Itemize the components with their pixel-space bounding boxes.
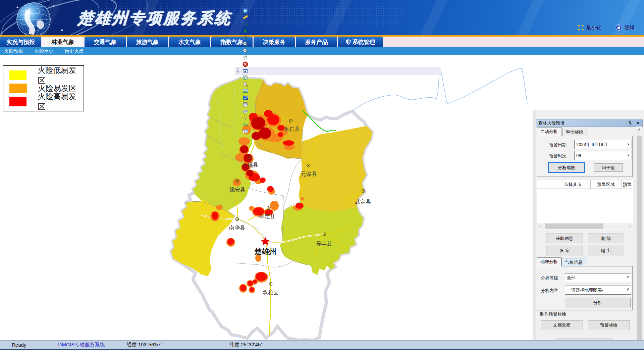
panel-divider — [533, 110, 536, 350]
panel-tab-weather[interactable]: 气象信息 — [561, 258, 586, 266]
tab-juece[interactable]: 决策服务 — [254, 37, 295, 47]
forest-fire-panel: 森林火险预报 × 自动分析 手动标绘 预警日期 2023年 6月16日∨ 预警时… — [536, 110, 644, 350]
main-nav-tabs: 实况与预报 林业气象 交通气象 旅游气象 水文气象 指数气象 决策服务 服务产品… — [0, 37, 644, 47]
legend-swatch-low — [9, 70, 26, 80]
panel-close-icon[interactable]: × — [636, 121, 640, 126]
status-system-link[interactable]: DMGIS专项服务系统 — [58, 342, 105, 348]
map-label-wuding: 武定县 — [355, 199, 371, 205]
image-swap-icon[interactable] — [242, 95, 249, 101]
sub-menu: 火险预报 火险历史 历史火点 — [0, 47, 644, 55]
table-hscrollbar[interactable]: ‹ › — [537, 223, 633, 230]
panel-tab-manual[interactable]: 手动标绘 — [562, 128, 587, 136]
logout-button[interactable]: 注销 — [615, 24, 635, 31]
map-workspace: 永仁县 大姚县 元谋县 姚安县 武定县 牟定县 南华县 禄丰县 双柏县 楚雄州 … — [0, 55, 644, 341]
refresh-page-icon[interactable] — [242, 74, 249, 81]
analysis-level-combo[interactable]: 全部∨ — [565, 273, 631, 282]
warn-date-label: 预警日期 — [549, 142, 567, 148]
minimize-icon — [578, 24, 584, 31]
submenu-huoxian-yubao[interactable]: 火险预报 — [4, 48, 23, 54]
delete-button[interactable]: 删 除 — [588, 234, 624, 243]
globe-icon[interactable] — [242, 7, 249, 14]
legend-swatch-high — [9, 97, 26, 106]
identify-query-icon[interactable]: ? — [242, 81, 249, 88]
lock-icon — [615, 24, 622, 31]
submenu-huoxian-lishi[interactable]: 火险历史 — [35, 48, 53, 54]
panel-tab-auto[interactable]: 自动分析 — [537, 127, 561, 136]
header-banner: 楚雄州专项服务系统 最小化 注销 — [0, 0, 644, 35]
tab-shikuang[interactable]: 实况与预报 — [0, 37, 41, 47]
tab-linye[interactable]: 林业气象 — [42, 37, 84, 47]
map-label-dayao: 大姚县 — [242, 162, 258, 168]
tab-fuwu[interactable]: 服务产品 — [296, 37, 337, 47]
map-label-nanhua: 南华县 — [229, 225, 245, 231]
select-circle-icon[interactable] — [242, 21, 249, 28]
analyze-button[interactable]: 分析 — [565, 298, 631, 307]
map-label-yuanmou: 元谋县 — [301, 171, 317, 177]
map-label-chuxiong: 楚雄州 — [254, 247, 276, 256]
pan-hand-icon[interactable] — [242, 54, 249, 61]
marker-pin-icon[interactable] — [242, 115, 249, 121]
back-arrow-icon[interactable] — [242, 121, 249, 128]
image-view-icon[interactable] — [242, 88, 249, 95]
map-label-mouding: 牟定县 — [259, 213, 275, 219]
get-info-button[interactable]: 获取信息 — [546, 234, 583, 243]
plot-group-label: 制作预警标绘 — [539, 311, 567, 317]
analysis-level-label: 分析等级 — [541, 275, 558, 281]
warn-time-label: 预警时次 — [549, 153, 567, 159]
tab-xitong[interactable]: 系统管理 — [338, 37, 383, 47]
map-toolbar: ? — [235, 67, 441, 75]
warn-time-combo[interactable]: 08∨ — [574, 151, 632, 160]
warning-table[interactable]: 选择县市 预警区域 预警 ‹ › — [537, 180, 633, 230]
shield-icon — [346, 39, 351, 45]
analysis-content-label: 分析内容 — [541, 288, 558, 294]
print-setup-icon[interactable] — [242, 108, 249, 115]
zoom-out-icon[interactable] — [242, 48, 249, 54]
factor-value-button[interactable]: 因子值 — [594, 163, 623, 172]
legend-row-low: 火险低易发区 — [9, 69, 84, 82]
svg-text:?: ? — [244, 83, 246, 86]
capital-star — [261, 237, 270, 245]
toolbar-grip[interactable] — [237, 68, 239, 74]
minimize-button[interactable]: 最小化 — [578, 24, 601, 31]
print-icon[interactable] — [242, 101, 249, 108]
warn-date-combo[interactable]: 2023年 6月16日∨ — [574, 140, 632, 149]
app-title: 楚雄州专项服务系统 — [77, 8, 232, 29]
panel-tab-geo[interactable]: 地理分析 — [537, 257, 561, 266]
submenu-lishi-huodian[interactable]: 历史火点 — [65, 48, 84, 54]
map-legend: 火险低易发区 火险易发区 火险高易发区 — [3, 65, 84, 111]
doc-publish-button[interactable]: 文档发布 — [541, 320, 583, 330]
tab-lvyou[interactable]: 旅游气象 — [127, 37, 168, 47]
analyze-map-button[interactable]: 分析成图 — [549, 163, 584, 172]
tab-jiaotong[interactable]: 交通气象 — [85, 37, 126, 47]
pin-icon[interactable] — [628, 121, 632, 126]
select-arrow-icon[interactable] — [242, 28, 249, 34]
zoom-in-icon[interactable] — [242, 41, 249, 48]
measure-tool-icon[interactable] — [242, 14, 249, 21]
map-label-yongren: 永仁县 — [284, 126, 300, 132]
map-label-shuangbai: 双柏县 — [263, 290, 279, 295]
warn-plot-button[interactable]: 预警标绘 — [588, 320, 630, 330]
extent-window-icon[interactable] — [242, 68, 249, 74]
analysis-content-combo[interactable]: 一请选择地理图层-∨ — [565, 286, 631, 295]
publish-button[interactable]: 发 布 — [546, 246, 583, 255]
status-ready: Ready — [12, 342, 26, 348]
select-polygon-icon[interactable] — [242, 34, 249, 41]
map-layout-icon[interactable] — [242, 128, 249, 135]
status-longitude: 经度:103°56'57" — [127, 342, 163, 348]
map-label-yaoan: 姚安县 — [229, 187, 246, 193]
legend-row-high: 火险高易发区 — [9, 95, 84, 108]
export-button[interactable]: 输 出 — [588, 246, 624, 255]
tab-shuiwen[interactable]: 水文气象 — [169, 37, 210, 47]
status-latitude: 纬度:25°32'45" — [229, 342, 262, 348]
panel-vscrollbar[interactable]: ∧ ∨ — [636, 127, 642, 350]
stop-icon[interactable] — [242, 61, 249, 68]
status-bar: Ready DMGIS专项服务系统 经度:103°56'57" 纬度:25°32… — [0, 340, 644, 350]
panel-titlebar: 森林火险预报 × — [536, 119, 643, 127]
legend-swatch-medium — [9, 84, 27, 93]
map-label-lufeng: 禄丰县 — [316, 241, 332, 246]
